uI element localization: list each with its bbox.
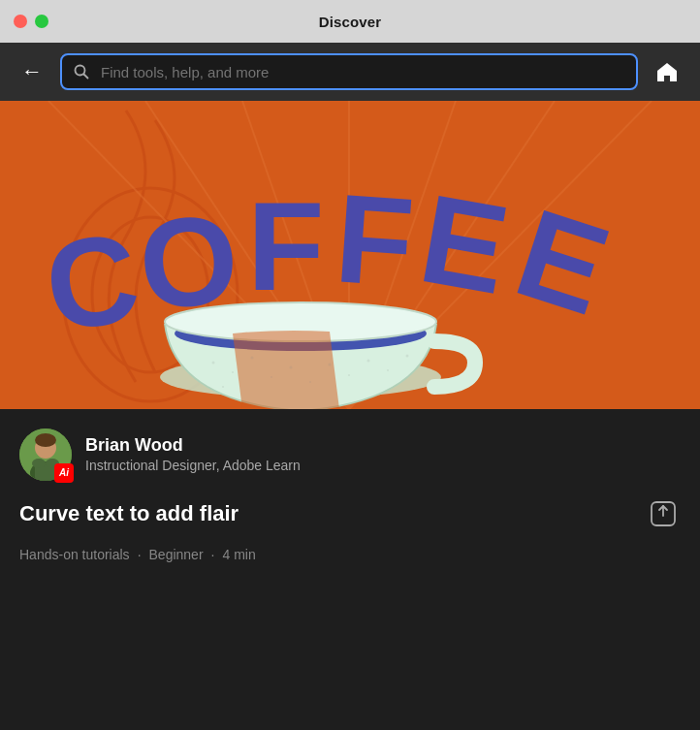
meta-category: Hands-on tutorials	[19, 547, 130, 562]
hero-image: C O F F E E	[0, 101, 700, 409]
author-job-title: Instructional Designer, Adobe Learn	[85, 457, 681, 476]
search-box	[60, 53, 638, 90]
toolbar: ←	[0, 43, 700, 101]
svg-point-40	[32, 459, 46, 468]
svg-point-31	[387, 369, 389, 371]
window-controls	[14, 15, 48, 28]
svg-point-27	[309, 381, 311, 383]
svg-point-23	[232, 371, 234, 373]
author-name: Brian Wood	[85, 434, 681, 457]
svg-point-24	[251, 357, 254, 360]
svg-point-37	[35, 433, 56, 447]
tutorial-title-row: Curve text to add flair	[19, 496, 681, 531]
svg-point-32	[406, 355, 409, 358]
search-icon	[74, 64, 89, 79]
titlebar: Discover	[0, 0, 700, 43]
svg-line-1	[84, 75, 88, 79]
svg-point-29	[348, 374, 350, 376]
share-button[interactable]	[646, 496, 681, 531]
home-button[interactable]	[648, 55, 686, 88]
tutorial-title: Curve text to add flair	[19, 500, 239, 528]
svg-point-33	[222, 386, 224, 388]
window-title: Discover	[319, 14, 382, 30]
meta-row: Hands-on tutorials · Beginner · 4 min	[19, 547, 681, 562]
meta-dot-2: ·	[211, 547, 215, 562]
svg-text:F: F	[331, 167, 417, 313]
close-button[interactable]	[14, 15, 27, 28]
author-info: Brian Wood Instructional Designer, Adobe…	[85, 434, 681, 476]
avatar-wrapper: Ai	[19, 428, 72, 481]
adobe-badge-text: Ai	[59, 468, 69, 478]
svg-point-26	[290, 366, 293, 369]
meta-dot-1: ·	[138, 547, 142, 562]
author-row: Ai Brian Wood Instructional Designer, Ad…	[19, 428, 681, 481]
search-container	[60, 53, 638, 90]
svg-point-30	[367, 360, 370, 363]
adobe-badge: Ai	[54, 463, 74, 483]
content-area: Ai Brian Wood Instructional Designer, Ad…	[0, 409, 700, 578]
svg-text:F: F	[247, 175, 324, 317]
meta-duration: 4 min	[222, 547, 255, 562]
meta-level: Beginner	[149, 547, 204, 562]
search-input[interactable]	[101, 64, 622, 80]
svg-point-28	[329, 364, 332, 366]
maximize-button[interactable]	[35, 15, 48, 28]
svg-point-25	[270, 376, 272, 378]
svg-point-22	[212, 362, 215, 365]
back-button[interactable]: ←	[14, 53, 50, 90]
